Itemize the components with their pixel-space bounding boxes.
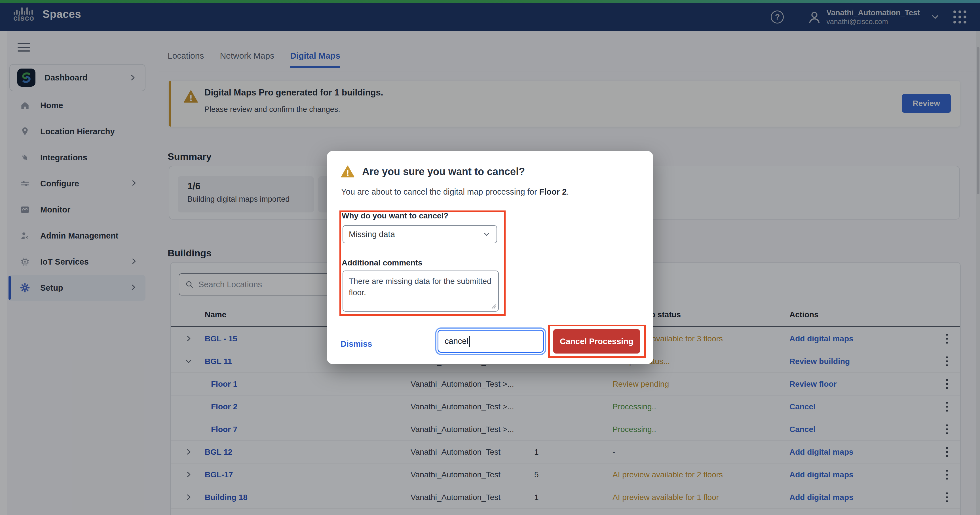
floor-name: Floor 2 — [539, 187, 567, 196]
chevron-down-icon — [482, 230, 491, 239]
app-root: cisco Spaces ? Vanathi_Automation_Test v… — [0, 0, 980, 515]
cancel-processing-button[interactable]: Cancel Processing — [553, 329, 640, 353]
resize-handle-icon[interactable] — [490, 303, 496, 309]
dialog-body-text: You are about to cancel the digital map … — [341, 187, 569, 196]
dialog-title: Are you sure you want to cancel? — [362, 166, 525, 177]
text-caret — [469, 336, 470, 347]
dismiss-button[interactable]: Dismiss — [340, 339, 372, 349]
selected-option: Missing data — [349, 230, 482, 239]
cancel-reason-label: Why do you want to cancel? — [342, 211, 448, 220]
cancel-reason-select[interactable]: Missing data — [342, 225, 497, 243]
comments-label: Additional comments — [342, 258, 423, 268]
comments-textarea[interactable]: There are missing data for the submitted… — [342, 271, 499, 312]
warning-icon — [340, 165, 355, 178]
cancel-confirm-input[interactable]: cancel — [438, 330, 544, 353]
